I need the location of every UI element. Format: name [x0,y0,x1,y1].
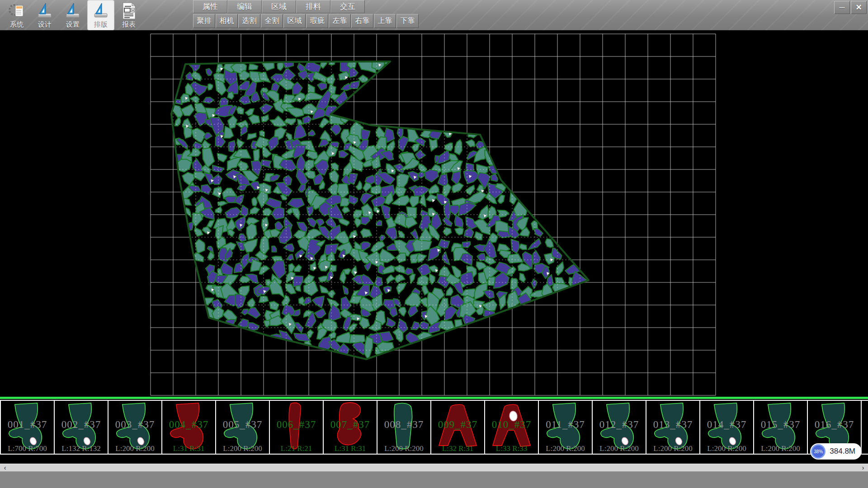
piece-thumbnail-shape [216,401,269,454]
thumbnail-cell-6[interactable]: 006_#37L:21 R:21 [270,401,324,454]
thumbnail-cell-15[interactable]: 015_#37L:200 R:200 [754,401,808,454]
main-button-label: 排版 [94,20,108,29]
tool-button-5[interactable]: 区域 [283,14,306,28]
tool-button-6[interactable]: 瑕疵 [306,14,328,28]
thumbnail-cell-4[interactable]: 004_#37L:31 R:31 [162,401,216,454]
main-button-label: 设置 [66,20,80,29]
tool-button-1[interactable]: 聚排 [193,14,215,28]
main-button-3[interactable]: 设置 [60,0,86,30]
thumbnail-cell-12[interactable]: 012_#37L:200 R:200 [593,401,646,454]
menu-tab-1[interactable]: 属性 [193,0,227,13]
piece-thumbnail-shape [377,401,430,454]
thumbnail-cell-9[interactable]: 009_#37L:32 R:31 [431,401,485,454]
progress-percent: 38% [812,446,824,457]
horizontal-scrollbar[interactable]: ‹ › [0,464,868,471]
tool-button-8[interactable]: 右靠 [351,14,373,28]
nesting-layout-svg [0,30,868,397]
ruler-icon [92,2,110,20]
progress-ring: 38% [811,444,826,459]
main-button-bar: 系统设计设置排版报表 [3,0,143,30]
piece-thumbnail-shape [593,401,646,454]
thumbnail-cell-8[interactable]: 008_#37L:200 R:200 [377,401,431,454]
gear-doc-icon [8,2,26,20]
thumbnail-cell-17[interactable]: 017_#37L:200 R:200 [862,401,868,454]
thumbnail-cell-13[interactable]: 013_#37L:200 R:200 [646,401,700,454]
nesting-app-window: 系统设计设置排版报表 属性编辑区域排料交互 聚排相机选割全割区域瑕疵左靠右靠上靠… [0,0,868,488]
window-controls: ─ ✕ [834,1,867,14]
thumbnail-cell-2[interactable]: 002_#37L:132 R:132 [55,401,108,454]
thumbnail-cell-7[interactable]: 007_#37L:31 R:31 [324,401,377,454]
menu-tab-2[interactable]: 编辑 [227,0,262,13]
piece-thumbnail-shape [108,401,161,454]
piece-thumbnail-shape [55,401,108,454]
menu-tab-3[interactable]: 区域 [262,0,296,13]
ruler-icon [36,2,54,20]
piece-thumbnail-shape [270,401,323,454]
thumbnail-strip: 001_#37L:700 R:700002_#37L:132 R:132003_… [0,397,868,455]
status-badge: 38% 384.8M [810,443,862,460]
main-button-4[interactable]: 排版 [88,0,114,30]
menu-tabs-row: 属性编辑区域排料交互 [193,0,419,13]
thumbnail-cell-14[interactable]: 014_#37L:200 R:200 [700,401,754,454]
tool-button-4[interactable]: 全割 [261,14,283,28]
piece-thumbnail-shape [646,401,699,454]
piece-thumbnail-shape [324,401,377,454]
thumbnail-cell-10[interactable]: 010_#37L:33 R:33 [485,401,539,454]
tool-button-2[interactable]: 相机 [216,14,238,28]
scroll-right-icon[interactable]: › [858,464,868,471]
tool-buttons-row: 聚排相机选割全割区域瑕疵左靠右靠上靠下靠 [193,14,419,28]
toolbar: 系统设计设置排版报表 属性编辑区域排料交互 聚排相机选割全割区域瑕疵左靠右靠上靠… [0,0,868,30]
memory-usage-label: 384.8M [830,447,855,456]
piece-thumbnail-shape [162,401,215,454]
thumbnail-cell-5[interactable]: 005_#37L:200 R:200 [216,401,270,454]
piece-thumbnail-shape [754,401,807,454]
scrollbar-track[interactable] [10,464,858,471]
tool-button-10[interactable]: 下靠 [396,14,419,28]
menu-tab-4[interactable]: 排料 [296,0,330,13]
report-icon [120,2,138,20]
main-button-label: 系统 [10,20,24,29]
minimize-button[interactable]: ─ [834,1,850,14]
thumbnail-cells: 001_#37L:700 R:700002_#37L:132 R:132003_… [0,400,868,455]
thumbnail-cell-3[interactable]: 003_#37L:200 R:200 [108,401,162,454]
ruler-icon [64,2,82,20]
main-button-label: 设计 [38,20,52,29]
nesting-canvas[interactable] [0,30,868,397]
piece-thumbnail-shape [539,401,592,454]
tool-button-9[interactable]: 上靠 [374,14,396,28]
close-button[interactable]: ✕ [851,1,867,14]
piece-thumbnail-shape [485,401,538,454]
main-button-label: 报表 [122,20,136,29]
menu-tab-5[interactable]: 交互 [330,0,365,13]
piece-thumbnail-shape [862,401,868,454]
main-button-1[interactable]: 系统 [4,0,30,30]
status-bar [0,471,868,488]
piece-thumbnail-shape [700,401,753,454]
tool-button-7[interactable]: 左靠 [329,14,351,28]
menu-area: 属性编辑区域排料交互 聚排相机选割全割区域瑕疵左靠右靠上靠下靠 [193,0,419,28]
progress-percent-label: 38% [814,449,823,454]
piece-thumbnail-shape [1,401,54,454]
thumbnail-cell-11[interactable]: 011_#37L:200 R:200 [539,401,593,454]
thumbnail-cell-1[interactable]: 001_#37L:700 R:700 [0,401,55,454]
tool-button-3[interactable]: 选割 [238,14,260,28]
main-button-2[interactable]: 设计 [32,0,58,30]
piece-thumbnail-shape [431,401,484,454]
main-button-5[interactable]: 报表 [116,0,142,30]
scroll-left-icon[interactable]: ‹ [0,464,10,471]
